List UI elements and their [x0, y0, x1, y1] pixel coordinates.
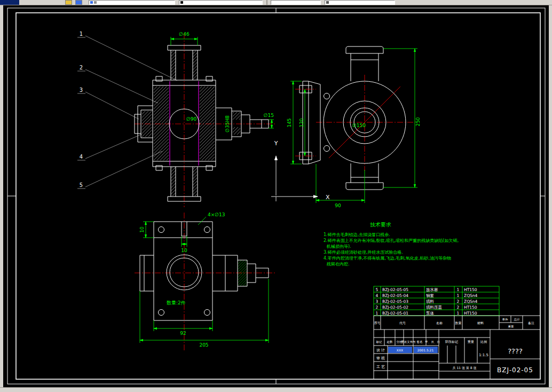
- svg-text:签名: 签名: [417, 340, 423, 344]
- dim-label-d15: ∅15: [264, 113, 274, 118]
- header-remark: 备注: [528, 321, 534, 325]
- svg-text:填料: 填料: [425, 299, 435, 304]
- color-chip: [180, 1, 183, 4]
- dim-label-120: 120: [299, 118, 304, 127]
- x-axis-label: X: [326, 194, 330, 201]
- svg-text:5: 5: [376, 287, 378, 292]
- y-axis-label: Y: [274, 140, 278, 147]
- design-name: XXX: [397, 348, 403, 352]
- dim-label-4xd13: 4×∅13: [208, 212, 225, 217]
- linetype-combo[interactable]: [271, 0, 321, 5]
- toolbar-handle[interactable]: [0, 0, 19, 5]
- svg-text:1: 1: [457, 293, 460, 298]
- svg-text:2: 2: [457, 305, 460, 310]
- header-total-weight: 总计: [514, 318, 521, 321]
- scale-value: 1:1.5: [479, 353, 488, 357]
- layer-state-icon: [94, 1, 97, 4]
- svg-text:1: 1: [457, 311, 460, 316]
- svg-text:放水塞: 放水塞: [426, 287, 438, 292]
- header-weight: 重量: [508, 325, 515, 328]
- header-code: 代号: [399, 321, 406, 325]
- header-qty: 数量: [455, 321, 462, 325]
- svg-text:BZJ-02-05-02: BZJ-02-05-02: [382, 305, 408, 310]
- svg-text:BZJ-02-05-05: BZJ-02-05-05: [382, 287, 408, 292]
- dim-label-d150: ∅150: [352, 123, 366, 128]
- svg-text:HT150: HT150: [464, 287, 477, 292]
- design-label: 设 计: [376, 348, 385, 352]
- svg-text:1: 1: [457, 287, 460, 292]
- svg-text:3: 3: [376, 299, 378, 304]
- dim-label-d90: ∅90: [186, 116, 197, 122]
- svg-text:HT150: HT150: [464, 305, 477, 310]
- toolbar-icon-a[interactable]: [65, 0, 72, 5]
- balloon-5: 5: [80, 182, 83, 188]
- svg-text:标记: 标记: [376, 340, 383, 344]
- svg-text:HT150: HT150: [464, 311, 477, 316]
- toolbar-separator: [266, 0, 267, 5]
- header-name: 名称: [436, 321, 443, 325]
- quantity-note: 数量:2件: [167, 300, 186, 305]
- svg-text:1: 1: [376, 311, 378, 316]
- tech-req-title: 技术要求: [370, 222, 391, 228]
- header-unit-weight: 单件: [502, 318, 509, 321]
- layer-combo[interactable]: [89, 0, 175, 5]
- svg-text:年、月、日: 年、月、日: [425, 340, 440, 344]
- svg-text:处数: 处数: [387, 340, 393, 344]
- tech-req-line-1: 1.铸件去毛刺锐边,去掉浇冒口残余.: [324, 232, 390, 237]
- toolbar-icon-b[interactable]: [75, 0, 82, 5]
- header-no: 序号: [374, 321, 381, 325]
- craft-label: 工 艺: [376, 365, 385, 369]
- weight-label: 重量: [467, 340, 474, 343]
- dim-label-10-left: 10: [139, 226, 145, 233]
- svg-text:BZJ-02-05-03: BZJ-02-05-03: [382, 299, 408, 304]
- tech-req-line-5: 4.零件内腔清理干净,不得有铁屑,飞边,毛刺,氧化皮,粘砂,油污等杂物: [324, 256, 451, 261]
- design-date: 2001.5.21: [417, 348, 434, 352]
- balloon-3: 3: [80, 87, 83, 93]
- dim-label-205: 205: [199, 342, 208, 348]
- dim-label-92: 92: [180, 331, 186, 336]
- drawing-number: BZJ-02-05: [497, 366, 533, 374]
- tech-req-line-4: 3.铸件必须经清砂处理,并经水压试验合格.: [324, 250, 403, 255]
- svg-text:ZQSn4: ZQSn4: [464, 299, 478, 304]
- dim-label-250: 250: [415, 117, 421, 126]
- balloon-2: 2: [80, 65, 83, 70]
- svg-text:2: 2: [376, 305, 378, 310]
- svg-text:泵体: 泵体: [426, 311, 435, 316]
- lineweight-chip: [326, 1, 329, 4]
- svg-text:轴套: 轴套: [426, 293, 435, 298]
- tech-req-line-3: 机械损伤等).: [326, 244, 351, 249]
- model-space[interactable]: [3, 5, 549, 388]
- dim-label-10-slot: 10: [181, 248, 187, 253]
- balloon-4: 4: [80, 154, 83, 160]
- svg-text:BZJ-02-05-04: BZJ-02-05-04: [382, 293, 408, 298]
- svg-text:4: 4: [376, 293, 378, 298]
- check-label: 审 核: [376, 356, 385, 360]
- balloon-1: 1: [80, 31, 83, 37]
- svg-text:2: 2: [457, 299, 460, 304]
- lineweight-combo[interactable]: [325, 0, 395, 5]
- sheet-info: 共 11 张 第 8 张: [453, 366, 477, 370]
- drawing-canvas[interactable]: ∅46 ∅15 ∅90 ∅35H8 1 2 3 4 5 1: [0, 0, 552, 392]
- color-combo[interactable]: [179, 0, 263, 5]
- header-material: 材料: [477, 321, 484, 325]
- status-bar: [0, 387, 552, 392]
- tech-req-line-6: 残留在内腔.: [326, 262, 350, 266]
- dim-label-d46: ∅46: [179, 32, 190, 37]
- stage-label: 阶段标记: [445, 340, 458, 344]
- layer-color-chip: [90, 1, 93, 4]
- dim-label-145: 145: [287, 118, 292, 127]
- toolbar: [0, 0, 552, 5]
- part-name: ????: [508, 347, 523, 355]
- dim-label-d35h8: ∅35H8: [225, 115, 230, 132]
- dim-label-90: 90: [335, 203, 341, 208]
- svg-text:BZJ-02-05-01: BZJ-02-05-01: [382, 311, 408, 316]
- scale-label: 比例: [480, 340, 487, 344]
- svg-text:填料压盖: 填料压盖: [425, 305, 443, 310]
- svg-text:更改文件号: 更改文件号: [401, 340, 416, 343]
- tech-req-line-2: 2.铸件表面上不允许有冷隔,裂纹,缩孔,缩松和严重的残缺类缺陷(如欠铸,: [324, 238, 459, 243]
- svg-text:ZQSn4: ZQSn4: [464, 293, 478, 298]
